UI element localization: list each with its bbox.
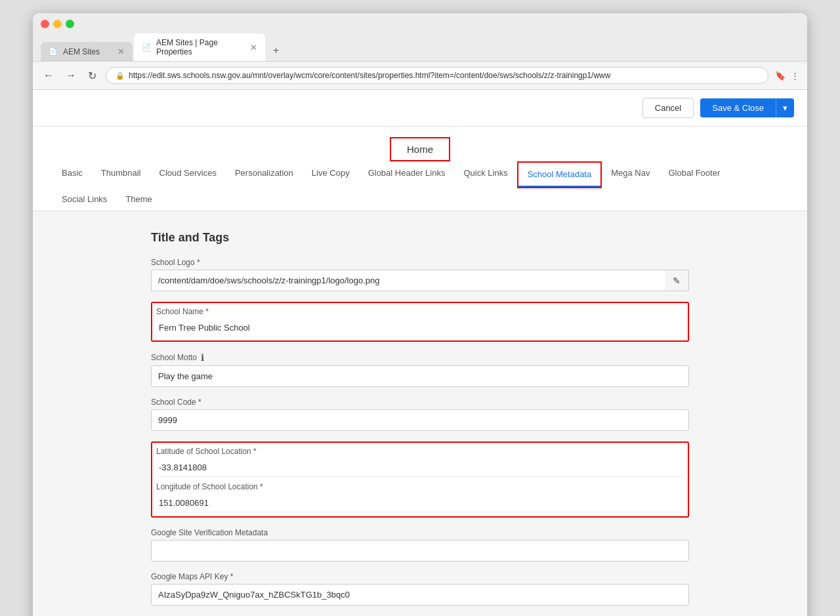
chevron-down-icon: ▾ [783,103,788,113]
school-name-input[interactable] [156,319,684,337]
tab-quick-links[interactable]: Quick Links [454,161,516,188]
school-logo-group: School Logo * ✎ [151,258,689,291]
save-close-group: Save & Close ▾ [700,98,794,117]
save-close-button[interactable]: Save & Close [700,98,776,117]
tab-school-metadata[interactable]: School Metadata [518,163,601,187]
bookmark-icon[interactable]: 🔖 [775,71,786,81]
form-area: Title and Tags School Logo * ✎ School Na… [138,211,702,616]
tab-cloud-services[interactable]: Cloud Services [150,161,226,188]
longitude-group: Longitude of School Location * [156,482,684,512]
longitude-input[interactable] [156,494,684,512]
school-code-group: School Code * [151,398,689,431]
school-code-input[interactable] [151,409,689,431]
school-name-label: School Name * [156,307,684,316]
latitude-input[interactable] [156,459,684,477]
close-button[interactable] [41,20,49,28]
refresh-button[interactable]: ↻ [85,68,99,83]
address-bar[interactable]: 🔒 https://edit.sws.schools.nsw.gov.au/mn… [106,67,768,84]
tab-icon-1: 📄 [49,47,58,56]
edit-icon: ✎ [673,276,681,286]
google-maps-api-label: Google Maps API Key * [151,572,689,581]
maximize-button[interactable] [66,20,74,28]
school-logo-edit-button[interactable]: ✎ [665,270,689,291]
latitude-label: Latitude of School Location * [156,447,684,456]
tab-social-links[interactable]: Social Links [52,188,116,211]
home-button[interactable]: Home [390,137,450,161]
school-motto-input[interactable] [151,365,689,387]
section-title: Title and Tags [151,231,689,245]
browser-tab-1[interactable]: 📄 AEM Sites ✕ [41,42,133,61]
tab-label-1: AEM Sites [63,47,100,56]
tab-theme[interactable]: Theme [116,188,161,211]
school-name-highlighted: School Name * [151,302,689,342]
browser-tab-2[interactable]: 📄 AEM Sites | Page Properties ✕ [134,33,265,61]
action-bar: Cancel Save & Close ▾ [33,90,807,127]
home-section: Home [33,127,807,161]
tab-personalization[interactable]: Personalization [226,161,303,188]
google-maps-api-group: Google Maps API Key * [151,572,689,606]
security-lock-icon: 🔒 [116,72,125,80]
school-logo-input-wrapper: ✎ [151,270,689,291]
google-verification-input[interactable] [151,540,689,562]
location-highlighted: Latitude of School Location * Longitude … [151,441,689,518]
tab-label-2: AEM Sites | Page Properties [156,38,245,56]
back-button[interactable]: ← [41,68,56,83]
latitude-group: Latitude of School Location * [156,447,684,477]
tab-basic[interactable]: Basic [52,161,92,188]
url-text: https://edit.sws.schools.nsw.gov.au/mnt/… [129,71,610,80]
save-close-dropdown-button[interactable]: ▾ [776,98,794,117]
school-motto-label: School Motto ℹ [151,352,689,363]
minimize-button[interactable] [53,20,62,28]
tab-mega-nav[interactable]: Mega Nav [602,161,659,188]
tab-live-copy[interactable]: Live Copy [303,161,359,188]
new-tab-button[interactable]: + [266,40,285,61]
google-verification-group: Google Site Verification Metadata [151,528,689,562]
google-verification-label: Google Site Verification Metadata [151,528,689,537]
school-motto-group: School Motto ℹ [151,352,689,387]
longitude-label: Longitude of School Location * [156,482,684,491]
tab-icon-2: 📄 [142,43,151,52]
tab-close-1[interactable]: ✕ [117,47,125,56]
menu-icon[interactable]: ⋮ [791,71,799,81]
nav-tabs: Basic Thumbnail Cloud Services Personali… [33,161,807,211]
school-logo-label: School Logo * [151,258,689,267]
tab-school-metadata-wrapper: School Metadata [517,161,602,188]
tab-thumbnail[interactable]: Thumbnail [92,161,150,188]
tab-close-2[interactable]: ✕ [250,43,257,52]
tab-global-footer[interactable]: Global Footer [659,161,729,188]
info-icon[interactable]: ℹ [201,352,204,363]
google-maps-api-input[interactable] [151,584,689,606]
forward-button[interactable]: → [63,68,79,83]
tab-global-header-links[interactable]: Global Header Links [359,161,455,188]
school-code-label: School Code * [151,398,689,407]
cancel-button[interactable]: Cancel [642,98,694,118]
school-logo-input[interactable] [151,270,665,291]
